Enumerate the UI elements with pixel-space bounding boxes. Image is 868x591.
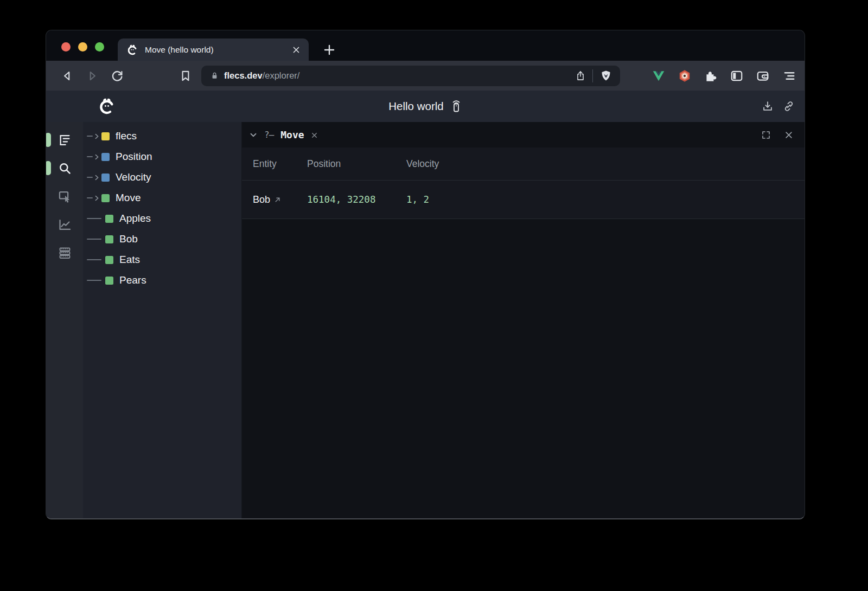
sidebar-toggle-icon[interactable] — [730, 69, 744, 83]
search-icon — [58, 161, 72, 176]
world-title-group: Hello world — [388, 99, 462, 113]
tree-item-label: Move — [116, 192, 141, 204]
entity-tree-panel: flecs Position Velocity Move — [83, 122, 242, 518]
extensions-row — [652, 69, 796, 83]
tree-item-apples[interactable]: Apples — [83, 208, 241, 229]
column-header-position: Position — [307, 158, 406, 170]
tree-item-eats[interactable]: Eats — [83, 249, 241, 270]
tree-item-move[interactable]: Move — [83, 188, 241, 208]
entity-swatch — [105, 256, 113, 264]
rail-query-button[interactable] — [46, 154, 83, 182]
tree-icon — [58, 133, 72, 147]
query-kind-glyph: ?– — [264, 130, 273, 140]
main-content: flecs Position Velocity Move — [46, 122, 805, 518]
chevron-down-icon[interactable] — [248, 130, 258, 140]
extensions-puzzle-icon[interactable] — [704, 69, 718, 83]
tree-item-pears[interactable]: Pears — [83, 270, 241, 291]
module-swatch — [101, 132, 110, 140]
url-domain: flecs.dev — [224, 70, 263, 80]
tree-item-label: Bob — [119, 233, 138, 245]
flecs-favicon-icon — [126, 44, 138, 56]
hexagon-extension-icon[interactable] — [678, 69, 692, 83]
download-icon[interactable] — [762, 100, 774, 112]
address-bar[interactable]: flecs.dev/explorer/ — [201, 66, 620, 86]
rail-tree-button[interactable] — [46, 126, 83, 154]
back-button[interactable] — [60, 69, 74, 83]
chart-icon — [58, 217, 72, 232]
inspect-icon — [58, 189, 72, 204]
flecs-logo-icon[interactable] — [98, 97, 116, 115]
rail-inspect-button[interactable] — [46, 182, 83, 210]
query-panel: ?– Move Entity Position Velocity — [242, 122, 805, 518]
tree-item-bob[interactable]: Bob — [83, 229, 241, 249]
tab-title: Move (hello world) — [145, 45, 285, 55]
lock-icon — [210, 71, 219, 80]
reload-button[interactable] — [110, 69, 124, 83]
entity-swatch — [105, 235, 113, 243]
rail-chart-button[interactable] — [46, 210, 83, 239]
stats-icon — [58, 246, 72, 260]
icon-rail — [46, 122, 83, 518]
url-path: /explorer/ — [263, 70, 300, 80]
tree-item-velocity[interactable]: Velocity — [83, 167, 241, 188]
tree-item-label: Eats — [119, 254, 140, 266]
browser-tab[interactable]: Move (hello world) — [118, 38, 309, 61]
close-panel-icon[interactable] — [784, 130, 794, 140]
wallet-icon[interactable] — [756, 69, 770, 83]
entity-swatch — [101, 194, 110, 202]
entity-name[interactable]: Bob — [253, 194, 270, 205]
window-controls — [61, 42, 104, 52]
maximize-window-button[interactable] — [95, 42, 104, 52]
position-value: 16104, 32208 — [307, 194, 406, 205]
world-title: Hello world — [388, 100, 443, 113]
menu-icon[interactable] — [782, 69, 796, 83]
velocity-value: 1, 2 — [406, 194, 805, 205]
tree-connector — [87, 239, 101, 240]
remote-connection-icon[interactable] — [450, 99, 462, 113]
query-results-table: Entity Position Velocity Bob 16104, 3220… — [242, 147, 805, 219]
column-header-entity: Entity — [253, 158, 307, 170]
share-icon[interactable] — [575, 70, 586, 81]
tree-connector — [87, 218, 101, 219]
query-panel-header: ?– Move — [242, 122, 805, 147]
tree-connector — [87, 280, 101, 281]
entity-swatch — [105, 215, 113, 223]
tree-item-label: flecs — [116, 130, 137, 142]
query-clear-icon[interactable] — [310, 131, 318, 139]
divider — [592, 69, 593, 82]
bookmark-icon[interactable] — [178, 69, 193, 83]
fullscreen-icon[interactable] — [761, 130, 771, 140]
tree-item-position[interactable]: Position — [83, 146, 241, 167]
tab-close-icon[interactable] — [291, 45, 301, 55]
component-swatch — [101, 153, 110, 161]
brave-shield-icon[interactable] — [599, 69, 612, 82]
close-window-button[interactable] — [61, 42, 71, 52]
forward-button[interactable] — [85, 69, 99, 83]
entity-cell[interactable]: Bob — [253, 194, 307, 205]
chevron-right-icon[interactable] — [93, 195, 100, 202]
tree-item-label: Pears — [119, 274, 146, 286]
entity-swatch — [105, 277, 113, 285]
tree-item-flecs[interactable]: flecs — [83, 126, 241, 146]
rail-stats-button[interactable] — [46, 239, 83, 267]
tree-connector — [87, 156, 93, 157]
chevron-right-icon[interactable] — [93, 133, 100, 140]
vue-devtools-icon[interactable] — [652, 69, 666, 83]
tree-connector — [87, 197, 93, 198]
tree-item-label: Velocity — [116, 171, 151, 183]
tree-item-label: Apples — [119, 213, 151, 224]
component-swatch — [101, 174, 110, 182]
tree-connector — [87, 136, 93, 137]
chevron-right-icon[interactable] — [93, 174, 100, 181]
minimize-window-button[interactable] — [78, 42, 87, 52]
app-header: Hello world — [46, 91, 805, 122]
chevron-right-icon[interactable] — [93, 153, 100, 160]
link-icon[interactable] — [783, 100, 795, 112]
tab-bar: Move (hello world) — [46, 30, 805, 61]
open-entity-arrow-icon[interactable] — [274, 196, 281, 203]
column-header-velocity: Velocity — [406, 158, 805, 170]
tree-item-label: Position — [116, 151, 152, 163]
query-title: Move — [280, 129, 304, 140]
table-row[interactable]: Bob 16104, 32208 1, 2 — [242, 181, 805, 219]
new-tab-button[interactable] — [323, 43, 336, 56]
